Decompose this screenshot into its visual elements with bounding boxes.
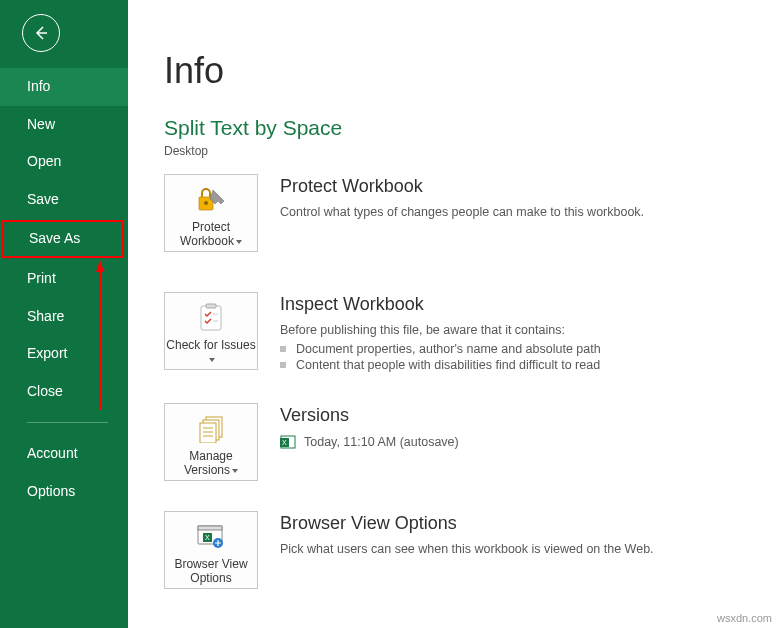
section-protect: Protect Workbook Protect Workbook Contro… (164, 174, 758, 252)
inspect-title: Inspect Workbook (280, 294, 758, 315)
bullet-icon (280, 346, 286, 352)
list-item: Content that people with disabilities fi… (280, 357, 758, 373)
sidebar-item-close[interactable]: Close (0, 373, 128, 411)
svg-rect-4 (201, 306, 221, 330)
inspect-desc: Before publishing this file, be aware th… (280, 323, 758, 337)
content-area: Info Split Text by Space Desktop Protect… (128, 0, 778, 628)
excel-file-icon: X (280, 434, 296, 450)
svg-rect-10 (200, 423, 216, 443)
protect-workbook-button[interactable]: Protect Workbook (164, 174, 258, 252)
browser-view-label: Browser View Options (165, 557, 257, 586)
sidebar-menu: Info New Open Save Save As Print Share E… (0, 68, 128, 511)
page-title: Info (164, 50, 758, 92)
checklist-icon (198, 302, 224, 334)
document-location: Desktop (164, 144, 758, 158)
backstage-sidebar: Info New Open Save Save As Print Share E… (0, 0, 128, 628)
section-inspect: Check for Issues Inspect Workbook Before… (164, 292, 758, 373)
protect-title: Protect Workbook (280, 176, 758, 197)
list-item: Document properties, author's name and a… (280, 341, 758, 357)
sidebar-item-export[interactable]: Export (0, 335, 128, 373)
protect-button-label: Protect Workbook (165, 220, 257, 249)
back-button[interactable] (22, 14, 60, 52)
browser-title: Browser View Options (280, 513, 758, 534)
sidebar-separator (27, 422, 108, 423)
version-entry[interactable]: X Today, 11:10 AM (autosave) (280, 434, 758, 450)
manage-versions-button[interactable]: Manage Versions (164, 403, 258, 481)
sidebar-item-save[interactable]: Save (0, 181, 128, 219)
browser-view-button[interactable]: X Browser View Options (164, 511, 258, 589)
check-issues-label: Check for Issues (165, 338, 257, 367)
check-issues-button[interactable]: Check for Issues (164, 292, 258, 370)
bullet-icon (280, 362, 286, 368)
version-time: Today, 11:10 AM (autosave) (304, 435, 459, 449)
sidebar-item-new[interactable]: New (0, 106, 128, 144)
document-name: Split Text by Space (164, 116, 758, 140)
section-versions: Manage Versions Versions X Today, 11:10 … (164, 403, 758, 481)
svg-rect-5 (206, 304, 216, 308)
lock-key-icon (196, 184, 226, 216)
browser-desc: Pick what users can see when this workbo… (280, 542, 758, 556)
sidebar-item-share[interactable]: Share (0, 298, 128, 336)
protect-desc: Control what types of changes people can… (280, 205, 758, 219)
inspect-list: Document properties, author's name and a… (280, 341, 758, 373)
manage-versions-label: Manage Versions (165, 449, 257, 478)
back-arrow-icon (32, 24, 50, 42)
sidebar-item-account[interactable]: Account (0, 435, 128, 473)
sidebar-item-options[interactable]: Options (0, 473, 128, 511)
sidebar-item-open[interactable]: Open (0, 143, 128, 181)
footer-credit: wsxdn.com (717, 612, 772, 624)
svg-text:X: X (282, 439, 287, 446)
sidebar-item-info[interactable]: Info (0, 68, 128, 106)
versions-title: Versions (280, 405, 758, 426)
versions-stack-icon (196, 413, 226, 445)
browser-view-icon: X (196, 521, 226, 553)
svg-rect-18 (198, 526, 222, 530)
sidebar-item-save-as[interactable]: Save As (2, 220, 124, 258)
svg-point-3 (204, 201, 208, 205)
svg-text:X: X (205, 534, 210, 541)
section-browser: X Browser View Options Browser View Opti… (164, 511, 758, 589)
sidebar-item-print[interactable]: Print (0, 260, 128, 298)
